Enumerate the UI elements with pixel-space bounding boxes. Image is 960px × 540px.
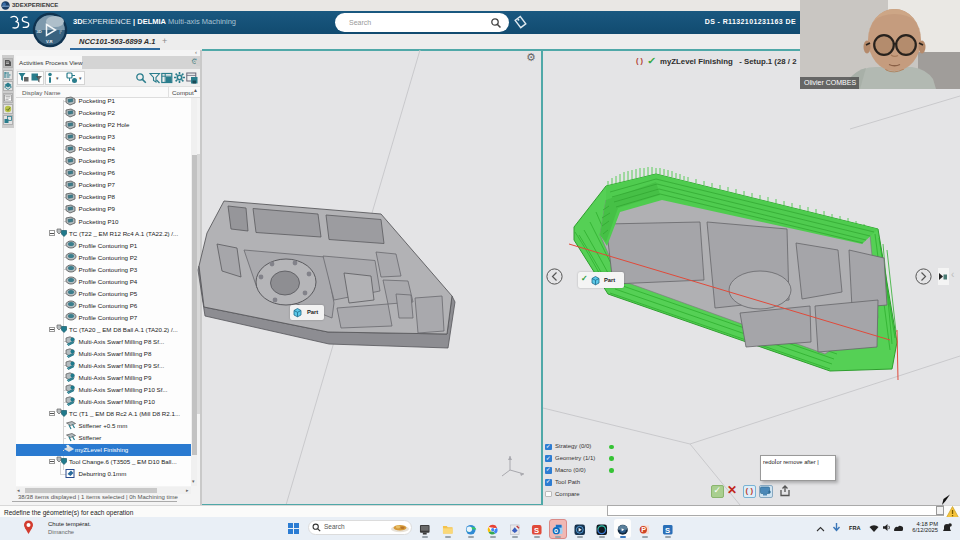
svg-text:P: P: [641, 526, 646, 534]
svg-text:S: S: [534, 525, 539, 534]
svg-text:3D: 3D: [37, 28, 42, 33]
svg-text:S: S: [665, 525, 670, 534]
svg-text:o: o: [554, 527, 558, 534]
svg-text:V.R: V.R: [46, 38, 53, 43]
